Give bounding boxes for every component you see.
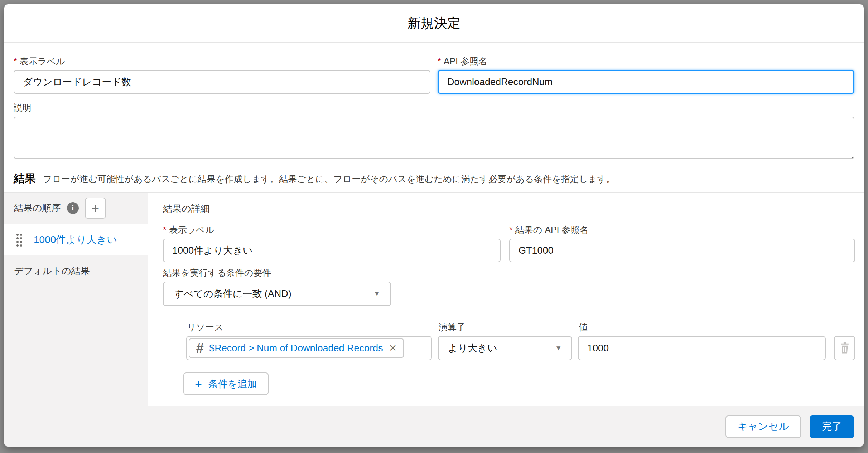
outcome-detail-heading: 結果の詳細 (163, 203, 855, 215)
value-label: 値 (579, 322, 826, 332)
outcome-detail-panel: 結果の詳細 *表示ラベル *結果の API 参照名 結果を実行する条件の要件 す… (148, 193, 864, 406)
dialog-body: *表示ラベル *API 参照名 説明 結果 フローが進む可能性があるパスごとに結… (4, 43, 864, 406)
required-asterisk: * (509, 225, 513, 235)
outcome-list-item-selected[interactable]: 1000件より大きい (4, 224, 148, 255)
trash-icon (839, 342, 850, 355)
api-name-field-label: *API 参照名 (438, 56, 854, 67)
info-icon[interactable]: i (67, 202, 79, 214)
description-field-label: 説明 (14, 102, 854, 113)
outcome-api-input[interactable] (509, 239, 855, 262)
condition-logic-select[interactable]: すべての条件に一致 (AND) ▼ (163, 282, 391, 306)
condition-logic-field-group: 結果を実行する条件の要件 すべての条件に一致 (AND) ▼ (163, 267, 855, 306)
number-variable-icon: # (196, 341, 203, 355)
operator-label: 演算子 (439, 322, 572, 332)
plus-icon: + (195, 378, 202, 390)
add-condition-button[interactable]: + 条件を追加 (183, 372, 269, 395)
dialog-footer: キャンセル 完了 (4, 406, 864, 447)
outcome-list-item-default[interactable]: デフォルトの結果 (4, 255, 148, 287)
outcomes-heading: 結果 (14, 171, 36, 186)
required-asterisk: * (163, 225, 167, 235)
label-field-label: *表示ラベル (14, 56, 430, 67)
value-input[interactable] (578, 336, 826, 360)
plus-icon: + (91, 201, 99, 215)
resource-value: $Record > Num of Downloaded Records (209, 343, 383, 354)
label-field-group: *表示ラベル (14, 52, 430, 94)
operator-value: より大きい (448, 342, 497, 355)
resource-combobox[interactable]: # $Record > Num of Downloaded Records ✕ (186, 336, 432, 360)
operator-select[interactable]: より大きい ▼ (438, 336, 572, 360)
outcome-item-label: デフォルトの結果 (14, 265, 90, 277)
drag-handle-icon[interactable] (16, 233, 23, 247)
description-textarea[interactable] (14, 117, 854, 159)
outcome-order-header: 結果の順序 i + (4, 193, 148, 224)
api-name-input[interactable] (438, 70, 854, 94)
operator-field-group: 演算子 より大きい ▼ (438, 322, 572, 360)
delete-condition-button[interactable] (834, 336, 855, 360)
outcome-label-field-group: *表示ラベル (163, 220, 501, 262)
add-condition-label: 条件を追加 (208, 378, 257, 390)
resource-label: リソース (187, 322, 432, 332)
cancel-button[interactable]: キャンセル (725, 415, 801, 438)
condition-logic-label: 結果を実行する条件の要件 (163, 267, 855, 278)
outcomes-area: 結果の順序 i + 1000件より大きい (4, 192, 864, 406)
outcome-order-sidebar: 結果の順序 i + 1000件より大きい (4, 193, 148, 406)
dialog-header: 新規決定 (4, 4, 864, 43)
chevron-down-icon: ▼ (555, 344, 562, 352)
close-icon[interactable]: ✕ (389, 342, 397, 354)
outcome-item-label: 1000件より大きい (34, 233, 117, 247)
resource-field-group: リソース # $Record > Num of Downloaded Recor… (186, 322, 432, 360)
label-input[interactable] (14, 70, 430, 94)
outcome-api-field-label: *結果の API 参照名 (509, 224, 855, 235)
outcome-label-input[interactable] (163, 239, 501, 262)
outcomes-section-header: 結果 フローが進む可能性があるパスごとに結果を作成します。結果ごとに、フローがそ… (4, 160, 864, 192)
condition-logic-value: すべての条件に一致 (AND) (174, 287, 291, 300)
required-asterisk: * (14, 56, 17, 66)
add-outcome-button[interactable]: + (85, 198, 106, 219)
dialog-title: 新規決定 (408, 14, 460, 32)
chevron-down-icon: ▼ (373, 290, 380, 298)
condition-block: リソース # $Record > Num of Downloaded Recor… (186, 322, 855, 395)
required-asterisk: * (438, 56, 441, 66)
outcome-order-label: 結果の順序 (14, 202, 61, 214)
resource-pill[interactable]: # $Record > Num of Downloaded Records ✕ (189, 338, 404, 358)
decision-properties-form: *表示ラベル *API 参照名 説明 (4, 43, 864, 160)
outcome-label-field-label: *表示ラベル (163, 224, 501, 235)
outcome-api-field-group: *結果の API 参照名 (509, 220, 855, 262)
outcomes-description: フローが進む可能性があるパスごとに結果を作成します。結果ごとに、フローがそのパス… (43, 173, 615, 185)
new-decision-dialog: 新規決定 *表示ラベル *API 参照名 説明 結果 フローが進む可能性があるパ… (4, 4, 864, 447)
value-field-group: 値 (578, 322, 826, 360)
done-button[interactable]: 完了 (810, 415, 854, 438)
api-name-field-group: *API 参照名 (438, 52, 854, 94)
